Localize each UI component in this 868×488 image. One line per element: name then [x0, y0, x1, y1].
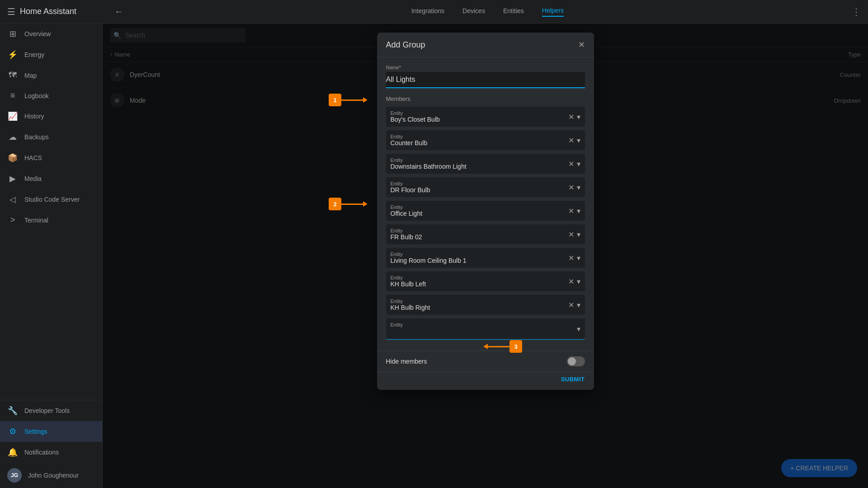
terminal-icon: >: [7, 215, 18, 225]
annotation-2: 2: [329, 198, 364, 210]
sidebar-item-energy[interactable]: ⚡ Energy: [0, 44, 102, 65]
sidebar-item-map[interactable]: 🗺 Map: [0, 65, 102, 85]
sidebar-item-label: Terminal: [24, 217, 48, 224]
name-input[interactable]: [386, 72, 585, 88]
entity-row-4: Entity Office Light ✕ ▾: [386, 201, 585, 221]
hide-members-toggle[interactable]: [567, 356, 585, 366]
back-button[interactable]: ←: [114, 6, 123, 17]
entity-clear-2[interactable]: ✕: [568, 160, 574, 168]
sidebar-item-label: Energy: [24, 51, 44, 58]
entity-clear-6[interactable]: ✕: [568, 254, 574, 262]
entity-dropdown-2[interactable]: ▾: [577, 160, 580, 168]
nav-devices[interactable]: Devices: [462, 7, 485, 16]
entity-controls-7: ✕ ▾: [568, 277, 580, 286]
notifications-icon: 🔔: [7, 447, 18, 457]
menu-icon[interactable]: ☰: [7, 6, 15, 17]
entity-row-2: Entity Downstairs Bathroom Light ✕ ▾: [386, 154, 585, 174]
entity-clear-0[interactable]: ✕: [568, 113, 574, 121]
entity-info-8: Entity KH Bulb Right: [391, 298, 568, 311]
settings-icon: ⚙: [7, 426, 18, 436]
entity-controls-2: ✕ ▾: [568, 160, 580, 168]
entity-clear-1[interactable]: ✕: [568, 136, 574, 145]
new-entity-dropdown[interactable]: ▾: [577, 325, 580, 333]
sidebar-item-terminal[interactable]: > Terminal: [0, 210, 102, 230]
dev-tools-icon: 🔧: [7, 406, 18, 416]
entity-dropdown-5[interactable]: ▾: [577, 230, 580, 239]
nav-helpers[interactable]: Helpers: [542, 7, 564, 17]
new-entity-input[interactable]: [391, 328, 577, 335]
sidebar-item-label: History: [24, 113, 44, 120]
entity-clear-5[interactable]: ✕: [568, 230, 574, 239]
entity-info-1: Entity Counter Bulb: [391, 134, 568, 147]
submit-button[interactable]: SUBMIT: [561, 376, 585, 383]
entity-dropdown-6[interactable]: ▾: [577, 254, 580, 262]
sidebar-item-settings[interactable]: ⚙ Settings: [0, 421, 102, 442]
entity-dropdown-7[interactable]: ▾: [577, 277, 580, 286]
entity-controls-4: ✕ ▾: [568, 207, 580, 215]
entity-row-0: Entity Boy's Closet Bulb ✕ ▾: [386, 107, 585, 127]
entity-name-6: Living Room Ceiling Bulb 1: [391, 257, 568, 264]
sidebar-item-label: Media: [24, 175, 42, 182]
hide-members-row: Hide members: [386, 356, 585, 366]
modal-overlay: 1 2 3 Add Group: [103, 24, 868, 488]
entity-info-4: Entity Office Light: [391, 204, 568, 217]
name-field-group: Name*: [386, 65, 585, 88]
dialog-footer: Hide members: [377, 351, 594, 372]
sidebar-item-overview[interactable]: ⊞ Overview: [0, 24, 102, 44]
sidebar-item-hacs[interactable]: 📦 HACS: [0, 147, 102, 168]
sidebar-item-developer-tools[interactable]: 🔧 Developer Tools: [0, 400, 102, 421]
nav-integrations[interactable]: Integrations: [411, 7, 444, 16]
sidebar-item-user[interactable]: JG John Goughenour: [0, 463, 102, 488]
entity-name-4: Office Light: [391, 210, 568, 217]
sidebar-item-backups[interactable]: ☁ Backups: [0, 127, 102, 147]
entity-clear-4[interactable]: ✕: [568, 207, 574, 215]
entity-dropdown-8[interactable]: ▾: [577, 301, 580, 309]
entity-controls-0: ✕ ▾: [568, 113, 580, 121]
history-icon: 📈: [7, 111, 18, 121]
entity-dropdown-3[interactable]: ▾: [577, 183, 580, 192]
entity-info-0: Entity Boy's Closet Bulb: [391, 110, 568, 123]
dialog-submit-area: SUBMIT: [377, 372, 594, 390]
studio-icon: ◁: [7, 194, 18, 204]
sidebar-item-label: Logbook: [24, 92, 49, 99]
add-group-dialog: Add Group ✕ Name* Members Entity: [377, 33, 594, 390]
entity-dropdown-1[interactable]: ▾: [577, 136, 580, 145]
entity-dropdown-4[interactable]: ▾: [577, 207, 580, 215]
annotation-badge-2: 2: [329, 198, 341, 210]
main-layout: ⊞ Overview ⚡ Energy 🗺 Map ≡ Logbook 📈 Hi…: [0, 24, 868, 488]
entity-clear-3[interactable]: ✕: [568, 183, 574, 192]
sidebar-item-logbook[interactable]: ≡ Logbook: [0, 85, 102, 106]
sidebar-item-label: Backups: [24, 133, 49, 141]
more-icon[interactable]: ⋮: [852, 6, 861, 17]
sidebar-item-label: Overview: [24, 30, 51, 38]
hacs-icon: 📦: [7, 153, 18, 163]
app-title: Home Assistant: [20, 7, 76, 16]
overview-icon: ⊞: [7, 29, 18, 39]
dialog-close-button[interactable]: ✕: [578, 40, 585, 50]
entity-clear-7[interactable]: ✕: [568, 277, 574, 286]
sidebar-item-history[interactable]: 📈 History: [0, 106, 102, 127]
entity-name-5: FR Bulb 02: [391, 233, 568, 241]
nav-entities[interactable]: Entities: [503, 7, 524, 16]
entity-name-7: KH Bulb Left: [391, 280, 568, 288]
new-entity-row: Entity ▾: [386, 318, 585, 340]
topbar-nav: Integrations Devices Entities Helpers: [123, 7, 852, 17]
entity-dropdown-0[interactable]: ▾: [577, 113, 580, 121]
entity-name-2: Downstairs Bathroom Light: [391, 163, 568, 170]
sidebar-item-studio-code-server[interactable]: ◁ Studio Code Server: [0, 189, 102, 210]
entity-label-0: Entity: [391, 110, 568, 116]
entity-row-1: Entity Counter Bulb ✕ ▾: [386, 130, 585, 150]
entity-controls-8: ✕ ▾: [568, 301, 580, 309]
sidebar-item-notifications[interactable]: 🔔 Notifications: [0, 442, 102, 463]
hide-members-label: Hide members: [386, 358, 427, 365]
entity-controls-6: ✕ ▾: [568, 254, 580, 262]
content-area: ↑ Name Type # DyerCount Counter ⊕ Mode D…: [103, 24, 868, 488]
entity-clear-8[interactable]: ✕: [568, 301, 574, 309]
entity-info-3: Entity DR Floor Bulb: [391, 181, 568, 194]
sidebar-item-label: Settings: [24, 428, 47, 435]
dialog-header: Add Group ✕: [377, 33, 594, 57]
entity-name-3: DR Floor Bulb: [391, 186, 568, 194]
sidebar-item-media[interactable]: ▶ Media: [0, 168, 102, 189]
entity-label-1: Entity: [391, 134, 568, 139]
sidebar-bottom: 🔧 Developer Tools ⚙ Settings 🔔 Notificat…: [0, 400, 102, 488]
